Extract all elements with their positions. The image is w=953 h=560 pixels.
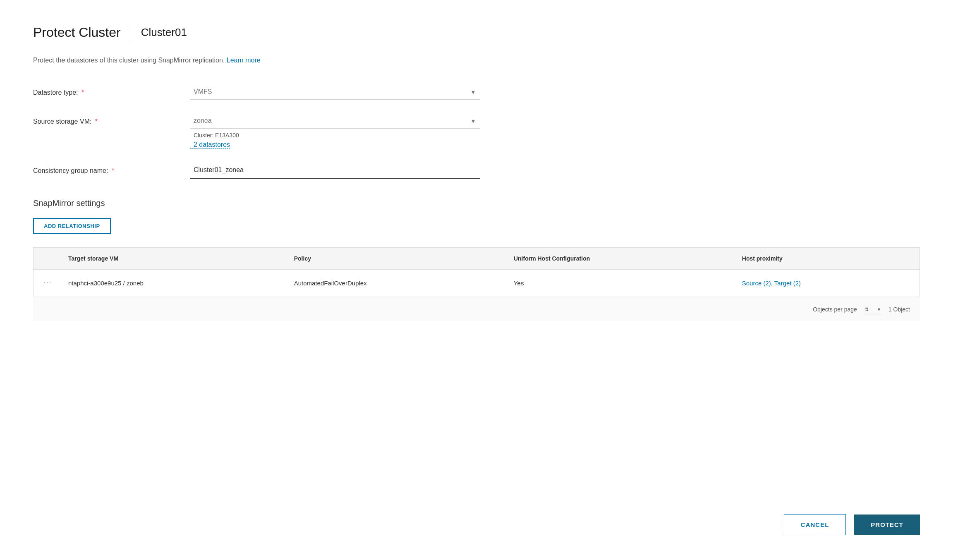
table-row: ⋮ ntaphci-a300e9u25 / zoneb AutomatedFai… bbox=[34, 270, 920, 297]
source-storage-vm-select[interactable]: zonea zoneb bbox=[190, 113, 480, 129]
per-page-select[interactable]: 5 10 25 50 bbox=[864, 304, 882, 314]
page-title-row: Protect Cluster Cluster01 bbox=[33, 25, 920, 40]
datastores-link[interactable]: 2 datastores bbox=[190, 141, 230, 149]
table-header-row: Target storage VM Policy Uniform Host Co… bbox=[34, 248, 920, 270]
policy-cell: AutomatedFailOverDuplex bbox=[286, 270, 505, 297]
source-storage-vm-control: zonea zoneb Cluster: E13A300 2 datastore… bbox=[190, 113, 480, 149]
col-header-uniform-host-config: Uniform Host Configuration bbox=[505, 248, 734, 270]
required-star: * bbox=[81, 89, 84, 96]
consistency-group-input[interactable] bbox=[190, 162, 480, 179]
table-footer: Objects per page 5 10 25 50 1 Object bbox=[33, 297, 920, 321]
datastore-type-control: VMFS NFS bbox=[190, 84, 480, 100]
row-actions-cell: ⋮ bbox=[34, 270, 60, 297]
form-section: Datastore type: * VMFS NFS Source storag… bbox=[33, 84, 920, 179]
consistency-group-label: Consistency group name: * bbox=[33, 162, 190, 175]
source-storage-vm-select-wrapper: zonea zoneb bbox=[190, 113, 480, 129]
page-title: Protect Cluster bbox=[33, 25, 121, 40]
objects-per-page-label: Objects per page bbox=[813, 306, 857, 313]
host-proximity-value[interactable]: Source (2), Target (2) bbox=[742, 280, 801, 287]
table-body: ⋮ ntaphci-a300e9u25 / zoneb AutomatedFai… bbox=[34, 270, 920, 297]
protect-button[interactable]: PROTECT bbox=[854, 515, 920, 535]
table-header: Target storage VM Policy Uniform Host Co… bbox=[34, 248, 920, 270]
target-storage-vm-cell: ntaphci-a300e9u25 / zoneb bbox=[60, 270, 286, 297]
datastore-type-select-wrapper: VMFS NFS bbox=[190, 84, 480, 100]
consistency-group-control bbox=[190, 162, 480, 179]
learn-more-link[interactable]: Learn more bbox=[227, 57, 261, 64]
col-header-actions bbox=[34, 248, 60, 270]
row-actions-icon[interactable]: ⋮ bbox=[42, 278, 52, 287]
consistency-group-row: Consistency group name: * bbox=[33, 162, 920, 179]
col-header-host-proximity: Host proximity bbox=[734, 248, 920, 270]
per-page-select-wrapper: 5 10 25 50 bbox=[864, 304, 882, 314]
uniform-host-config-cell: Yes bbox=[505, 270, 734, 297]
col-header-policy: Policy bbox=[286, 248, 505, 270]
cancel-button[interactable]: CANCEL bbox=[784, 514, 846, 535]
source-storage-vm-label: Source storage VM: * bbox=[33, 113, 190, 125]
cluster-name: Cluster01 bbox=[141, 26, 187, 39]
description-text: Protect the datastores of this cluster u… bbox=[33, 57, 225, 64]
datastore-type-select[interactable]: VMFS NFS bbox=[190, 84, 480, 100]
datastore-type-row: Datastore type: * VMFS NFS bbox=[33, 84, 920, 100]
snapmirror-section-heading: SnapMirror settings bbox=[33, 199, 920, 208]
cluster-info: Cluster: E13A300 bbox=[190, 132, 480, 139]
title-divider bbox=[131, 25, 131, 40]
required-star-2: * bbox=[95, 118, 98, 125]
required-star-3: * bbox=[112, 167, 114, 174]
host-proximity-cell: Source (2), Target (2) bbox=[734, 270, 920, 297]
col-header-target-storage-vm: Target storage VM bbox=[60, 248, 286, 270]
description-row: Protect the datastores of this cluster u… bbox=[33, 57, 920, 64]
snapmirror-table: Target storage VM Policy Uniform Host Co… bbox=[33, 247, 920, 297]
add-relationship-button[interactable]: ADD RELATIONSHIP bbox=[33, 218, 111, 234]
bottom-actions: CANCEL PROTECT bbox=[784, 514, 920, 535]
object-count: 1 Object bbox=[888, 306, 910, 313]
snapmirror-section: SnapMirror settings ADD RELATIONSHIP Tar… bbox=[33, 199, 920, 321]
datastore-type-label: Datastore type: * bbox=[33, 84, 190, 96]
page-container: Protect Cluster Cluster01 Protect the da… bbox=[0, 0, 953, 560]
source-storage-vm-row: Source storage VM: * zonea zoneb Cluster… bbox=[33, 113, 920, 149]
